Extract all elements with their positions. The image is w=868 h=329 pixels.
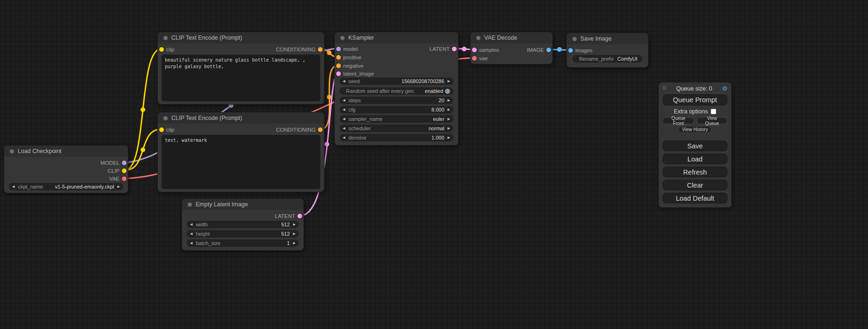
output-label-conditioning: CONDITIONING	[276, 126, 316, 133]
widget-filename-prefix[interactable]: filename_prefix ComfyUI	[572, 55, 642, 63]
prev-arrow-icon[interactable]: ◀	[343, 134, 345, 141]
queue-front-button[interactable]: Queue Front	[663, 117, 694, 124]
node-titlebar[interactable]: VAE Decode	[471, 32, 552, 43]
next-arrow-icon[interactable]: ▶	[448, 97, 450, 104]
widget-label: sampler_name	[348, 115, 382, 123]
input-port-clip[interactable]	[159, 47, 164, 52]
node-vae-decode[interactable]: VAE Decode samples vae IMAGE	[470, 32, 553, 64]
output-port-conditioning[interactable]	[318, 127, 323, 132]
prompt-textarea[interactable]: beautiful scenery nature glass bottle la…	[162, 55, 320, 101]
widget-random-seed[interactable]: Random seed after every gen enabled	[339, 87, 453, 95]
node-clip-text-encode-positive[interactable]: CLIP Text Encode (Prompt) clip CONDITION…	[157, 32, 325, 105]
refresh-button[interactable]: Refresh	[663, 167, 727, 177]
node-title: Load Checkpoint	[18, 148, 62, 154]
node-ksampler[interactable]: KSampler model positive negative latent_…	[334, 32, 459, 146]
toggle-indicator[interactable]	[445, 89, 450, 94]
load-button[interactable]: Load	[663, 154, 727, 164]
next-arrow-icon[interactable]: ▶	[448, 125, 450, 132]
prev-arrow-icon[interactable]: ◀	[343, 115, 345, 123]
node-empty-latent-image[interactable]: Empty Latent Image LATENT ◀ width 512 ▶ …	[182, 198, 304, 251]
prev-arrow-icon[interactable]: ◀	[190, 239, 192, 247]
widget-value: 156680208700286	[402, 77, 445, 85]
output-port-clip[interactable]	[122, 168, 127, 173]
view-history-button[interactable]: View History	[678, 126, 712, 133]
input-label-images: images	[575, 47, 593, 54]
extra-options-checkbox[interactable]	[711, 109, 716, 114]
output-label-vae: VAE	[109, 175, 120, 182]
next-arrow-icon[interactable]: ▶	[293, 221, 296, 228]
output-port-vae[interactable]	[122, 176, 127, 181]
next-arrow-icon[interactable]: ▶	[448, 106, 450, 113]
input-port-images[interactable]	[568, 48, 573, 53]
queue-prompt-button[interactable]: Queue Prompt	[663, 94, 727, 105]
next-arrow-icon[interactable]: ▶	[118, 183, 120, 190]
next-arrow-icon[interactable]: ▶	[448, 77, 450, 85]
widget-sampler-name[interactable]: ◀ sampler_name euler ▶	[339, 115, 453, 123]
node-save-image[interactable]: Save Image images filename_prefix ComfyU…	[566, 33, 649, 68]
collapse-dot-icon[interactable]	[188, 203, 192, 207]
node-titlebar[interactable]: Save Image	[567, 33, 648, 44]
wire-midpoint-dot	[325, 142, 329, 147]
collapse-dot-icon[interactable]	[163, 116, 168, 120]
node-titlebar[interactable]: CLIP Text Encode (Prompt)	[158, 112, 324, 124]
prev-arrow-icon[interactable]: ◀	[190, 230, 192, 238]
widget-label: seed	[348, 77, 360, 85]
input-port-vae[interactable]	[472, 56, 477, 61]
input-port-positive[interactable]	[336, 55, 341, 60]
prev-arrow-icon[interactable]: ◀	[343, 97, 345, 104]
widget-width[interactable]: ◀ width 512 ▶	[187, 221, 299, 228]
prev-arrow-icon[interactable]: ◀	[343, 125, 345, 132]
prev-arrow-icon[interactable]: ◀	[343, 77, 345, 85]
collapse-dot-icon[interactable]	[340, 36, 345, 40]
output-port-model[interactable]	[122, 161, 127, 165]
node-load-checkpoint[interactable]: Load Checkpoint MODEL CLIP VAE ◀ ckpt_na…	[4, 145, 128, 193]
widget-seed[interactable]: ◀ seed 156680208700286 ▶	[339, 77, 453, 85]
collapse-dot-icon[interactable]	[476, 36, 480, 40]
output-port-conditioning[interactable]	[318, 47, 323, 52]
next-arrow-icon[interactable]: ▶	[293, 239, 296, 247]
input-port-negative[interactable]	[336, 63, 341, 68]
widget-ckpt-name[interactable]: ◀ ckpt_name v1-5-pruned-emaonly.ckpt ▶	[9, 183, 123, 190]
widget-denoise[interactable]: ◀ denoise 1.000 ▶	[339, 134, 453, 141]
prev-arrow-icon[interactable]: ◀	[12, 183, 14, 190]
view-queue-button[interactable]: View Queue	[697, 117, 727, 124]
output-label-conditioning: CONDITIONING	[276, 46, 316, 53]
widget-height[interactable]: ◀ height 512 ▶	[187, 230, 299, 238]
input-port-model[interactable]	[336, 47, 341, 51]
node-titlebar[interactable]: Load Checkpoint	[4, 146, 128, 157]
widget-value: 8.000	[431, 106, 445, 113]
output-port-image[interactable]	[546, 48, 551, 52]
collapse-dot-icon[interactable]	[163, 36, 168, 40]
widget-batch-size[interactable]: ◀ batch_size 1 ▶	[187, 239, 299, 247]
save-button[interactable]: Save	[663, 140, 727, 151]
prev-arrow-icon[interactable]: ◀	[343, 106, 345, 113]
collapse-dot-icon[interactable]	[572, 37, 577, 41]
next-arrow-icon[interactable]: ▶	[293, 230, 296, 238]
drag-handle-icon[interactable]: ⠿	[663, 85, 666, 91]
input-label-samples: samples	[479, 47, 499, 53]
input-port-clip[interactable]	[159, 127, 164, 132]
node-titlebar[interactable]: Empty Latent Image	[182, 199, 303, 210]
input-port-samples[interactable]	[472, 48, 477, 52]
prev-arrow-icon[interactable]: ◀	[190, 221, 192, 228]
output-port-latent[interactable]	[452, 47, 457, 51]
input-port-latent-image[interactable]	[336, 71, 341, 76]
settings-gear-icon[interactable]: ⚙	[722, 85, 727, 92]
widget-cfg[interactable]: ◀ cfg 8.000 ▶	[339, 106, 453, 113]
widget-label: ckpt_name	[18, 183, 43, 190]
widget-label: steps	[348, 97, 360, 104]
widget-scheduler[interactable]: ◀ scheduler normal ▶	[339, 125, 453, 132]
node-titlebar[interactable]: CLIP Text Encode (Prompt)	[158, 32, 324, 43]
next-arrow-icon[interactable]: ▶	[448, 134, 450, 141]
collapse-dot-icon[interactable]	[10, 149, 14, 154]
next-arrow-icon[interactable]: ▶	[448, 115, 450, 123]
output-port-latent[interactable]	[297, 214, 302, 218]
clear-button[interactable]: Clear	[663, 180, 727, 190]
node-clip-text-encode-negative[interactable]: CLIP Text Encode (Prompt) clip CONDITION…	[157, 112, 325, 192]
output-label-latent: LATENT	[430, 46, 450, 52]
prompt-textarea[interactable]: text, watermark	[162, 135, 320, 189]
input-label-model: model	[343, 46, 358, 52]
node-titlebar[interactable]: KSampler	[335, 32, 458, 43]
widget-steps[interactable]: ◀ steps 20 ▶	[339, 97, 453, 104]
load-default-button[interactable]: Load Default	[663, 193, 727, 203]
